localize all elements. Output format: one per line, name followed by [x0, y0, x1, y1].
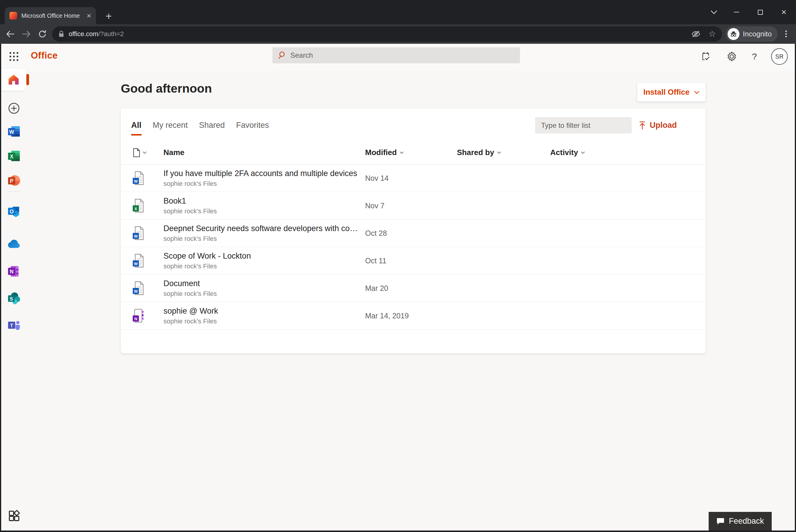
- feedback-button[interactable]: Feedback: [709, 512, 772, 531]
- word-file-icon: W: [133, 281, 145, 295]
- tab-shared[interactable]: Shared: [199, 121, 225, 135]
- tab-favorites[interactable]: Favorites: [236, 121, 269, 135]
- table-header: Name Modified Shared by Activity: [121, 141, 706, 165]
- upload-icon: [638, 121, 646, 130]
- search-icon: [278, 51, 286, 60]
- speech-bubble-icon: [716, 517, 725, 525]
- card-header: All My recent Shared Favorites Upload: [121, 108, 706, 141]
- install-office-button[interactable]: Install Office: [637, 83, 706, 101]
- url-path: /?auth=2: [98, 30, 124, 38]
- document-location: sophie rock's Files: [163, 263, 251, 270]
- account-avatar[interactable]: SR: [771, 48, 788, 65]
- upload-button[interactable]: Upload: [638, 117, 677, 133]
- search-input[interactable]: [290, 51, 515, 59]
- new-tab-button[interactable]: +: [103, 10, 115, 22]
- sidebar-item-powerpoint[interactable]: P: [1, 171, 26, 190]
- column-modified[interactable]: Modified: [365, 148, 397, 157]
- incognito-badge: Incognito: [725, 26, 778, 42]
- excel-file-icon: X: [133, 198, 145, 213]
- help-icon[interactable]: ?: [752, 52, 757, 61]
- document-location: sophie rock's Files: [163, 207, 217, 215]
- browser-menu-icon[interactable]: [780, 31, 792, 37]
- url-host: office.com: [69, 30, 98, 38]
- shared-by-sort-chevron-icon[interactable]: [497, 152, 501, 154]
- modified-sort-chevron-icon[interactable]: [400, 152, 404, 154]
- table-row[interactable]: X Book1 sophie rock's Files Nov 7: [121, 192, 706, 220]
- url-text[interactable]: office.com/?auth=2: [69, 30, 124, 38]
- onenote-icon: N: [7, 265, 20, 278]
- column-name[interactable]: Name: [163, 148, 184, 157]
- svg-text:N: N: [10, 269, 14, 274]
- forward-button[interactable]: [18, 26, 34, 42]
- eye-off-icon[interactable]: [691, 30, 701, 38]
- avatar-initials: SR: [775, 53, 783, 60]
- lock-icon: [58, 30, 65, 38]
- sharepoint-icon: S: [7, 292, 20, 305]
- chevron-down-icon: [694, 91, 700, 94]
- back-button[interactable]: [2, 26, 18, 42]
- document-title[interactable]: Scope of Work - Lockton: [163, 251, 251, 261]
- upload-label: Upload: [650, 121, 677, 130]
- column-activity[interactable]: Activity: [550, 148, 578, 157]
- modified-date: Mar 14, 2019: [365, 311, 409, 320]
- reload-button[interactable]: [34, 26, 50, 42]
- tab-close-icon[interactable]: ×: [87, 12, 91, 20]
- file-type-sort-chevron-icon[interactable]: [143, 152, 147, 154]
- word-file-icon: W: [133, 226, 145, 240]
- word-file-icon: W: [133, 171, 145, 185]
- document-location: sophie rock's Files: [163, 290, 217, 298]
- svg-text:W: W: [9, 129, 14, 135]
- sidebar-item-excel[interactable]: X: [1, 146, 26, 166]
- table-row[interactable]: W Deepnet Security needs software develo…: [121, 220, 706, 247]
- document-title[interactable]: Book1: [163, 196, 217, 206]
- sidebar-item-onedrive[interactable]: [1, 234, 26, 254]
- tab-search-chevron-icon[interactable]: [706, 0, 722, 24]
- office-home-page: Office ? SR: [1, 44, 795, 531]
- file-type-column-icon[interactable]: [133, 148, 140, 157]
- svg-text:S: S: [10, 296, 13, 302]
- calendar-check-icon[interactable]: [700, 51, 711, 62]
- filter-input-box[interactable]: [535, 117, 632, 133]
- document-title[interactable]: If you have multiple 2FA accounts and mu…: [163, 169, 357, 178]
- office-logo[interactable]: Office: [31, 50, 58, 61]
- sidebar-item-teams[interactable]: T: [1, 316, 26, 335]
- word-file-icon: W: [133, 253, 145, 268]
- window-minimize-button[interactable]: [728, 0, 744, 24]
- bookmark-star-icon[interactable]: ☆: [708, 30, 716, 38]
- document-title[interactable]: Document: [163, 279, 217, 288]
- browser-tab[interactable]: Microsoft Office Home ×: [5, 7, 96, 24]
- incognito-icon: [728, 28, 739, 40]
- table-row[interactable]: W Scope of Work - Lockton sophie rock's …: [121, 247, 706, 274]
- window-close-button[interactable]: ×: [776, 0, 792, 24]
- modified-date: Nov 7: [365, 202, 384, 210]
- column-shared-by[interactable]: Shared by: [457, 148, 494, 157]
- svg-text:T: T: [10, 323, 13, 328]
- sidebar-item-all-apps[interactable]: [1, 506, 26, 526]
- svg-text:W: W: [134, 179, 138, 184]
- incognito-label: Incognito: [743, 30, 772, 38]
- activity-sort-chevron-icon[interactable]: [581, 152, 585, 154]
- tab-all[interactable]: All: [131, 121, 142, 135]
- document-tabs: All My recent Shared Favorites: [131, 121, 269, 135]
- sidebar-item-outlook[interactable]: O: [1, 202, 26, 221]
- sidebar-item-word[interactable]: W: [1, 121, 26, 141]
- sidebar-item-sharepoint[interactable]: S: [1, 288, 26, 308]
- document-title[interactable]: sophie @ Work: [163, 306, 218, 316]
- settings-gear-icon[interactable]: [726, 51, 738, 62]
- outlook-icon: O: [7, 205, 20, 218]
- table-row[interactable]: N sophie @ Work sophie rock's Files Mar …: [121, 302, 706, 329]
- search-bar[interactable]: [272, 48, 520, 63]
- table-row[interactable]: W Document sophie rock's Files Mar 20: [121, 274, 706, 302]
- teams-icon: T: [7, 319, 20, 332]
- svg-text:N: N: [134, 317, 138, 321]
- sidebar-item-onenote[interactable]: N: [1, 262, 26, 281]
- window-maximize-button[interactable]: [752, 0, 768, 24]
- document-title[interactable]: Deepnet Security needs software develope…: [163, 224, 359, 233]
- address-bar[interactable]: office.com/?auth=2 ☆: [52, 26, 722, 42]
- sidebar-item-create-new[interactable]: [1, 98, 26, 118]
- filter-input[interactable]: [541, 121, 633, 130]
- sidebar-item-home[interactable]: [1, 69, 26, 91]
- table-row[interactable]: W If you have multiple 2FA accounts and …: [121, 165, 706, 192]
- tab-my-recent[interactable]: My recent: [153, 121, 188, 135]
- home-icon: [8, 74, 20, 85]
